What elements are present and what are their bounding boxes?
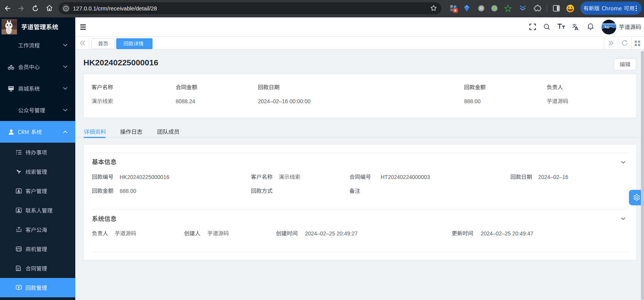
svg-text:文心一: 文心一: [604, 25, 612, 29]
svg-text:⌘: ⌘: [480, 6, 483, 10]
svg-text:6: 6: [454, 8, 456, 12]
